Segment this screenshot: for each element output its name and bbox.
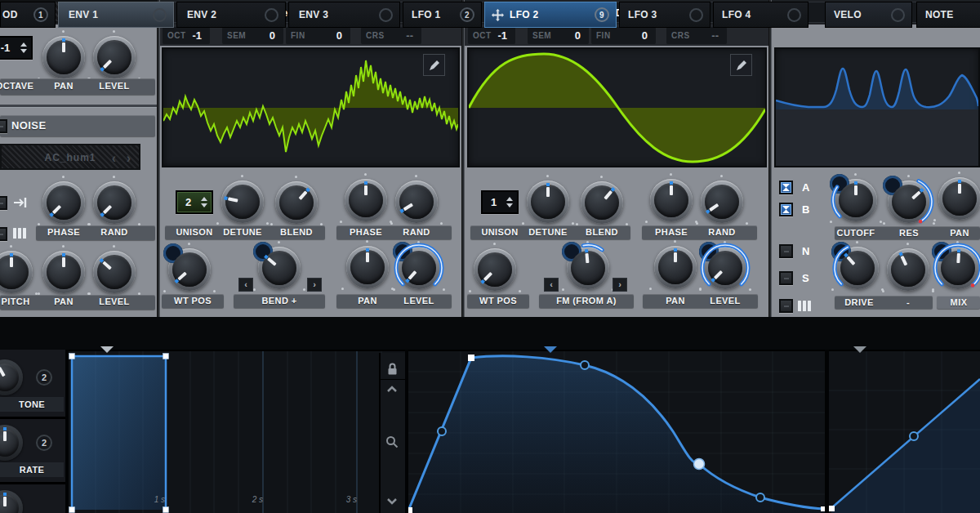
tab-mod[interactable]: OD1 xyxy=(0,2,56,28)
velo-curve xyxy=(829,351,980,513)
osc-b-sem-field[interactable]: SEM0 xyxy=(528,27,589,44)
env-time-2s: 2 s xyxy=(235,495,263,504)
osc-b-pan-knob[interactable] xyxy=(654,246,697,288)
filter-keytrack-checkbox[interactable] xyxy=(779,299,793,313)
osc-b-phase-knob[interactable] xyxy=(650,179,693,221)
filter-noise-checkbox[interactable] xyxy=(779,244,793,258)
stepper-arrows-icon[interactable] xyxy=(505,197,514,207)
osc-a-phase-label: PHASE xyxy=(340,227,392,237)
keyboard-icon xyxy=(798,301,812,311)
osc-a-bend-prev-button[interactable]: ‹ xyxy=(238,278,253,292)
osc-a-bend-knob[interactable] xyxy=(258,247,301,289)
velo-editor[interactable] xyxy=(829,350,980,513)
osc-b-wtpos-knob[interactable] xyxy=(474,248,516,291)
sub-octave-label: OCTAVE xyxy=(0,81,41,91)
osc-b-level-knob[interactable] xyxy=(704,247,746,289)
tab-lfo1[interactable]: LFO 12 xyxy=(403,2,482,28)
tab-lfo3[interactable]: LFO 3 xyxy=(619,2,710,28)
osc-a-pan-knob[interactable] xyxy=(346,246,389,288)
osc-b-fm-knob[interactable] xyxy=(567,247,609,289)
rate-knob[interactable] xyxy=(0,425,23,461)
column-divider xyxy=(768,0,772,317)
filter-osc-b-checkbox[interactable] xyxy=(779,203,793,216)
mod-left-panel: 2 TONE 2 RATE xyxy=(0,350,65,513)
osc-b-oct-field[interactable]: OCT-1 xyxy=(468,27,515,44)
stepper-arrows-icon[interactable] xyxy=(199,197,209,207)
extra-knob[interactable] xyxy=(0,490,23,513)
osc-a-bend-next-button[interactable]: › xyxy=(307,278,322,292)
filter-mix-knob[interactable] xyxy=(937,247,979,289)
tone-knob[interactable] xyxy=(0,359,23,395)
tab-velo[interactable]: VELO xyxy=(825,2,912,28)
noise-pan-knob[interactable] xyxy=(42,251,85,293)
stepper-arrows-icon[interactable] xyxy=(19,42,29,53)
lfo2-count-badge: 9 xyxy=(595,7,609,22)
filter-res-label: RES xyxy=(883,228,935,238)
noise-next-icon[interactable]: › xyxy=(127,151,131,166)
lock-button[interactable] xyxy=(385,361,399,376)
osc-b-fin-field[interactable]: FIN0 xyxy=(591,27,656,44)
noise-oneshot-checkbox[interactable] xyxy=(0,196,7,210)
osc-a-blend-knob[interactable] xyxy=(275,181,318,224)
filter-sub-checkbox[interactable] xyxy=(779,271,793,285)
zoom-button[interactable] xyxy=(385,435,399,449)
noise-level2-label: LEVEL xyxy=(88,297,140,306)
tab-env1[interactable]: ENV 1 xyxy=(58,2,174,28)
osc-a-edit-button[interactable] xyxy=(423,54,445,76)
osc-a-rand-knob[interactable] xyxy=(395,181,438,223)
lfo4-ring-icon xyxy=(787,8,801,22)
osc-a-detune-knob[interactable] xyxy=(221,181,264,223)
tab-note[interactable]: NOTE xyxy=(916,2,980,28)
noise-prev-icon[interactable]: ‹ xyxy=(112,151,116,166)
filter-response-display[interactable] xyxy=(774,47,980,167)
osc-b-fm-next-button[interactable]: › xyxy=(612,278,627,292)
osc-a-level-knob[interactable] xyxy=(398,247,440,289)
lfo1-count-badge: 2 xyxy=(460,7,474,22)
collapse-up-button[interactable] xyxy=(385,384,399,394)
osc-b-fm-prev-button[interactable]: ‹ xyxy=(544,278,559,292)
noise-level-knob[interactable] xyxy=(93,251,136,293)
filter-res-knob[interactable] xyxy=(888,181,930,223)
sub-level-label: LEVEL xyxy=(88,81,140,91)
osc-a-unison-stepper[interactable]: 2 xyxy=(176,190,213,214)
osc-a-phase-knob[interactable] xyxy=(345,179,387,221)
osc-b-rand-knob[interactable] xyxy=(701,181,743,223)
tab-env3[interactable]: ENV 3 xyxy=(288,2,400,28)
sub-octave-stepper[interactable]: -1 xyxy=(0,36,33,60)
tab-lfo4[interactable]: LFO 4 xyxy=(713,2,808,28)
filter-pan-knob[interactable] xyxy=(938,177,980,220)
move-icon[interactable] xyxy=(492,9,504,21)
filter-cutoff-knob[interactable] xyxy=(835,179,877,221)
osc-b-crs-field[interactable]: CRS-- xyxy=(666,27,727,44)
noise-phase-knob[interactable] xyxy=(42,181,85,224)
osc-b-fm-label: FM (FROM A) xyxy=(537,296,635,306)
noise-sample-selector[interactable]: AC_hum1 ‹ › xyxy=(0,144,140,170)
osc-a-sem-field[interactable]: SEM0 xyxy=(222,27,283,44)
tab-lfo2[interactable]: LFO 2 9 xyxy=(484,2,617,28)
osc-b-detune-label: DETUNE xyxy=(522,227,574,237)
noise-keytrack-checkbox[interactable] xyxy=(0,227,7,241)
tab-env2[interactable]: ENV 2 xyxy=(176,2,286,28)
collapse-down-button[interactable] xyxy=(385,497,399,506)
lfo2-editor[interactable] xyxy=(408,350,825,513)
noise-rand-knob[interactable] xyxy=(93,181,136,224)
divider xyxy=(0,105,157,107)
osc-a-crs-field[interactable]: CRS-- xyxy=(361,27,421,44)
osc-a-waveform-display[interactable] xyxy=(162,47,460,167)
env1-editor[interactable]: 1 s 2 s 3 s xyxy=(69,350,405,513)
sub-pan-knob[interactable] xyxy=(42,36,85,78)
osc-a-fin-field[interactable]: FIN0 xyxy=(286,27,350,44)
osc-b-detune-knob[interactable] xyxy=(527,181,569,223)
filter-drive-knob[interactable] xyxy=(836,247,879,289)
osc-b-unison-stepper[interactable]: 1 xyxy=(481,190,519,214)
filter-osc-a-checkbox[interactable] xyxy=(779,181,793,194)
osc-b-blend-knob[interactable] xyxy=(581,181,623,224)
osc-a-oct-field[interactable]: OCT-1 xyxy=(163,27,210,44)
sub-level-knob[interactable] xyxy=(93,36,136,78)
osc-b-edit-button[interactable] xyxy=(730,54,752,76)
osc-a-wtpos-knob[interactable] xyxy=(168,248,211,291)
osc-b-phase-label: PHASE xyxy=(645,227,697,237)
noise-enable-checkbox[interactable] xyxy=(0,119,7,133)
filter-fat-knob[interactable] xyxy=(887,248,929,291)
osc-b-waveform-display[interactable] xyxy=(467,47,767,167)
